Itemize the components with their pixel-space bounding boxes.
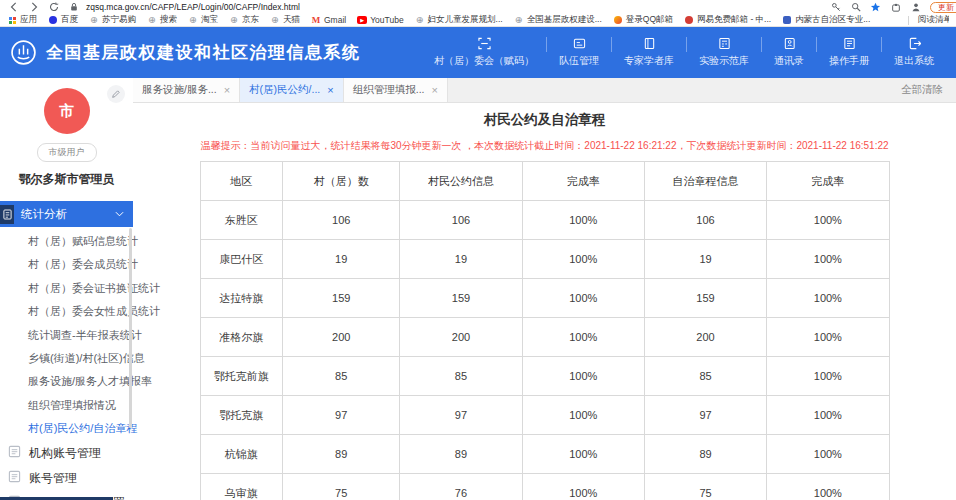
sidebar-item[interactable]: 村（居）委会成员统计	[0, 253, 133, 276]
table-cell: 100%	[522, 396, 644, 435]
column-header: 村（居）数	[283, 162, 400, 201]
sidebar-item-active[interactable]: 村(居)民公约/自治章程	[0, 417, 133, 440]
bookmark-label: 淘宝	[201, 14, 218, 26]
pencil-icon	[111, 89, 121, 99]
header-menu: 村（居）委会（赋码）队伍管理专家学者库实验示范库通讯录操作手册退出系统	[422, 27, 956, 78]
app-body: 市 市级用户 鄂尔多斯市管理员 统计分析 村（居）赋码信息统计村（居）委会成员统…	[0, 78, 956, 500]
reading-list-button[interactable]: 阅读清单	[915, 14, 949, 26]
globe-icon: ⊕	[229, 15, 239, 25]
sidebar-item[interactable]: 村（居）赋码信息统计	[0, 230, 133, 253]
user-level-badge: 市级用户	[37, 143, 97, 162]
browser-window: zqsq.mca.gov.cn/CAFP/LEAP/Login/00/CAFP/…	[0, 0, 956, 500]
globe-icon: ⊕	[415, 15, 425, 25]
table-row: 达拉特旗159159100%159100%	[200, 279, 889, 318]
table-cell: 100%	[522, 435, 644, 474]
bookmark-item[interactable]: MGmail	[311, 15, 346, 25]
extensions-puzzle-icon[interactable]	[890, 2, 901, 13]
tab-item[interactable]: 服务设施/服务...×	[133, 78, 240, 102]
globe-icon: ⊕	[188, 15, 198, 25]
table-cell: 89	[283, 435, 400, 474]
column-header: 自治章程信息	[644, 162, 766, 201]
menu-item-label: 队伍管理	[559, 54, 599, 68]
edit-profile-button[interactable]	[107, 85, 125, 103]
sidebar-item[interactable]: 乡镇(街道)/村(社区)信息	[0, 347, 133, 370]
header-menu-item[interactable]: 通讯录	[762, 37, 816, 68]
table-cell: 100%	[522, 357, 644, 396]
tab-item[interactable]: 组织管理填报...×	[344, 78, 448, 102]
key-icon[interactable]	[830, 2, 841, 13]
url-text[interactable]: zqsq.mca.gov.cn/CAFP/LEAP/Login/00/CAFP/…	[86, 2, 300, 12]
reload-icon[interactable]	[48, 2, 59, 13]
sidebar: 市 市级用户 鄂尔多斯市管理员 统计分析 村（居）赋码信息统计村（居）委会成员统…	[0, 78, 133, 500]
table-cell: 85	[400, 357, 522, 396]
header-menu-item[interactable]: 退出系统	[882, 37, 946, 68]
table-cell: 鄂托克前旗	[200, 357, 283, 396]
header-menu-item[interactable]: 队伍管理	[547, 37, 611, 68]
sidebar-item-label: 账号管理	[29, 470, 77, 487]
close-icon[interactable]: ×	[431, 85, 437, 96]
bookmark-item[interactable]: ⊕天猫	[270, 14, 300, 26]
sidebar-scrollbar[interactable]	[129, 228, 132, 428]
table-cell: 159	[644, 279, 766, 318]
favicon-dot	[48, 15, 58, 25]
table-cell: 100%	[522, 474, 644, 500]
bookmark-item[interactable]: ⊕苏宁易购	[89, 14, 136, 26]
tab-item-active[interactable]: 村(居)民公约/...×	[240, 78, 344, 102]
page-title: 村民公约及自治章程	[133, 111, 956, 129]
report-table: 地区村（居）数村民公约信息完成率自治章程信息完成率 东胜区106106100%1…	[200, 161, 890, 500]
bookmark-item[interactable]: 网易免费邮箱 - 中...	[684, 14, 771, 26]
table-row: 康巴什区1919100%19100%	[200, 240, 889, 279]
table-cell: 106	[400, 201, 522, 240]
sidebar-item[interactable]: 村（居）委会证书换证统计	[0, 277, 133, 300]
header-menu-item[interactable]: 村（居）委会（赋码）	[422, 37, 546, 68]
app-header: 全国基层政权建设和社区治理信息系统 村（居）委会（赋码）队伍管理专家学者库实验示…	[0, 27, 956, 78]
bookmark-item[interactable]: ⊕妇女儿童发展规划...	[415, 14, 503, 26]
header-menu-item[interactable]: 操作手册	[817, 37, 881, 68]
table-cell: 100%	[767, 357, 889, 396]
sidebar-group-statistics[interactable]: 统计分析	[0, 201, 133, 227]
header-menu-item[interactable]: 实验示范库	[687, 37, 761, 68]
bookmark-item[interactable]: ⊕京东	[229, 14, 259, 26]
bookmark-item[interactable]: 百度	[48, 14, 78, 26]
table-row: 东胜区106106100%106100%	[200, 201, 889, 240]
bookmark-item[interactable]: ⊕淘宝	[188, 14, 218, 26]
archive-icon	[718, 37, 731, 50]
sidebar-item[interactable]: 账号管理	[0, 466, 133, 491]
chrome-update-button[interactable]: 更新	[930, 2, 956, 13]
header-menu-item[interactable]: 专家学者库	[612, 37, 686, 68]
zoom-icon[interactable]	[850, 2, 861, 13]
table-cell: 100%	[767, 318, 889, 357]
back-icon[interactable]	[8, 2, 19, 13]
bookmark-item[interactable]: 登录QQ邮箱	[613, 14, 673, 26]
bookmark-item[interactable]: 内蒙古自治区专业...	[782, 14, 870, 26]
sidebar-item[interactable]: 统计调查-半年报表统计	[0, 324, 133, 347]
clear-all-tabs-button[interactable]: 全部清除	[901, 83, 956, 97]
bookmark-item[interactable]: 应用	[7, 14, 37, 26]
table-cell: 89	[644, 435, 766, 474]
sidebar-item[interactable]: 组织管理填报情况	[0, 394, 133, 417]
bookmark-item[interactable]: ⊕全国基层政权建设...	[514, 14, 602, 26]
bookmark-star-icon[interactable]	[870, 2, 881, 13]
sidebar-item[interactable]: 村（居）委会女性成员统计	[0, 300, 133, 323]
bookmark-item[interactable]: ▶YouTube	[357, 15, 403, 25]
close-icon[interactable]: ×	[327, 85, 333, 96]
tab-label: 组织管理填报...	[353, 83, 425, 97]
book-icon	[643, 37, 656, 50]
manual-icon	[843, 37, 856, 50]
table-cell: 85	[283, 357, 400, 396]
table-cell: 159	[400, 279, 522, 318]
bookmark-item[interactable]: ⊕搜索	[147, 14, 177, 26]
youtube-play-glyph: ▶	[357, 16, 367, 24]
close-icon[interactable]: ×	[224, 85, 230, 96]
app-title: 全国基层政权建设和社区治理信息系统	[46, 41, 361, 64]
sidebar-item[interactable]: 服务设施/服务人才填报率	[0, 370, 133, 393]
profile-icon[interactable]	[910, 2, 921, 13]
globe-icon: ⊕	[514, 15, 524, 25]
table-cell: 89	[400, 435, 522, 474]
table-cell: 19	[283, 240, 400, 279]
bookmark-label: 百度	[61, 14, 78, 26]
forward-icon[interactable]	[28, 2, 39, 13]
sidebar-item[interactable]: 机构账号管理	[0, 441, 133, 466]
bookmarks-bar-right: 阅读清单	[902, 14, 949, 26]
table-cell: 100%	[767, 279, 889, 318]
